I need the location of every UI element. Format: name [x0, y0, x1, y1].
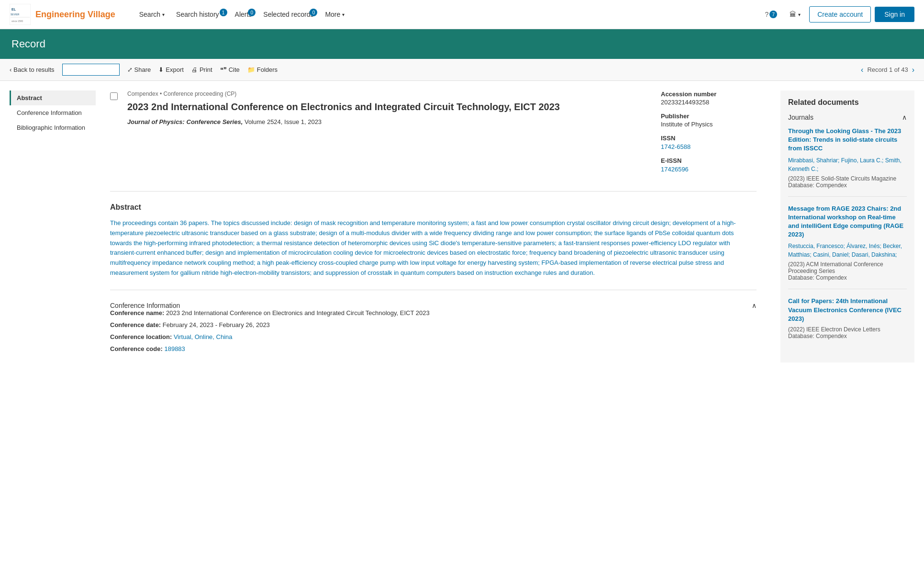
eissn-link[interactable]: 17426596 [661, 166, 689, 173]
folders-label: Folders [257, 66, 278, 73]
left-sidebar: Abstract Conference Information Bibliogr… [10, 81, 96, 378]
related-item-2-source: (2023) ACM International Conference Proc… [788, 261, 907, 274]
related-item-3-source: (2022) IEEE Electron Device Letters [788, 326, 907, 333]
export-label: Export [166, 66, 184, 73]
share-icon: ⤢ [127, 66, 133, 73]
nav-search-history[interactable]: Search history ▾ 1 [171, 8, 228, 21]
prev-record-button[interactable]: ‹ [861, 66, 863, 74]
record-header: Compendex • Conference proceeding (CP) 2… [110, 90, 757, 192]
conf-date-label: Conference date: [110, 321, 161, 328]
record-content: Compendex • Conference proceeding (CP) 2… [96, 81, 771, 378]
toolbar-actions: ⤢ Share ⬇ Export 🖨 Print ❝❞ Cite 📁 Folde… [127, 66, 278, 73]
create-account-button[interactable]: Create account [809, 6, 871, 23]
publisher-block: Publisher Institute of Physics [661, 113, 757, 128]
record-meta: Accession number 20233214493258 Publishe… [661, 90, 757, 180]
conference-info-title: Conference Information [110, 302, 180, 309]
conf-location-row: Conference location: Virtual, Online, Ch… [110, 333, 757, 340]
more-chevron-icon: ▾ [342, 12, 345, 17]
journal-rest: Volume 2524, Issue 1, 2023 [243, 118, 322, 125]
conf-location-label: Conference location: [110, 333, 172, 340]
related-item-2-db: Database: Compendex [788, 274, 907, 281]
nav-search-history-label: Search history [176, 11, 219, 18]
eissn-block: E-ISSN 17426596 [661, 157, 757, 173]
related-item-3: Call for Papers: 24th International Vacu… [788, 297, 907, 347]
sidebar-item-conference-info[interactable]: Conference Information [10, 105, 96, 120]
related-item-3-title[interactable]: Call for Papers: 24th International Vacu… [788, 297, 907, 323]
sidebar-conference-label: Conference Information [17, 109, 82, 116]
conf-date-value: February 24, 2023 - February 26, 2023 [163, 321, 270, 328]
journals-section-header[interactable]: Journals ∧ [788, 113, 907, 121]
print-button[interactable]: 🖨 Print [191, 66, 212, 73]
help-button[interactable]: ? 7 [761, 8, 781, 21]
institution-chevron-icon: ▾ [798, 12, 801, 17]
svg-text:SEVIER: SEVIER [11, 13, 20, 16]
related-item-3-db: Database: Compendex [788, 333, 907, 339]
related-documents-panel: Related documents Journals ∧ Through the… [780, 90, 914, 362]
institution-button[interactable]: 🏛 ▾ [785, 8, 805, 21]
conf-code-link[interactable]: 189883 [164, 345, 185, 352]
journal-name: Journal of Physics: Conference Series, [127, 118, 243, 125]
folders-button[interactable]: 📁 Folders [247, 66, 278, 73]
issn-link[interactable]: 1742-6588 [661, 143, 690, 150]
record-main-info: Compendex • Conference proceeding (CP) 2… [127, 90, 651, 180]
cite-button[interactable]: ❝❞ Cite [220, 66, 240, 73]
conf-date-row: Conference date: February 24, 2023 - Feb… [110, 321, 757, 328]
share-button[interactable]: ⤢ Share [127, 66, 151, 73]
toolbar: ‹ Back to results ⤢ Share ⬇ Export 🖨 Pri… [0, 59, 924, 81]
back-to-results-button[interactable]: ‹ Back to results [10, 66, 55, 73]
nav-more[interactable]: More ▾ [320, 8, 349, 21]
related-item-1-authors[interactable]: Mirabbasi, Shahriar; Fujino, Laura C.; S… [788, 156, 907, 173]
logo-link[interactable]: EL SEVIER since 1580 Engineering Village [10, 4, 115, 25]
issn-label: ISSN [661, 135, 757, 142]
export-button[interactable]: ⬇ Export [158, 66, 184, 73]
related-item-2-title[interactable]: Message from RAGE 2023 Chairs: 2nd Inter… [788, 204, 907, 239]
search-input[interactable] [62, 64, 120, 76]
related-item-1-title[interactable]: Through the Looking Glass - The 2023 Edi… [788, 127, 907, 153]
nav-more-label: More [325, 11, 340, 18]
header: EL SEVIER since 1580 Engineering Village… [0, 0, 924, 29]
main-content: Abstract Conference Information Bibliogr… [0, 81, 924, 378]
search-history-badge: 1 [220, 9, 227, 16]
alerts-badge: 0 [248, 9, 256, 16]
conf-code-row: Conference code: 189883 [110, 345, 757, 352]
journals-collapse-icon: ∧ [902, 113, 907, 121]
next-record-button[interactable]: › [912, 66, 914, 74]
cite-label: Cite [229, 66, 240, 73]
accession-number-value: 20233214493258 [661, 99, 757, 106]
publisher-label: Publisher [661, 113, 757, 120]
sign-in-button[interactable]: Sign in [875, 7, 914, 22]
conf-name-value: 2023 2nd International Conference on Ele… [166, 309, 430, 317]
conference-info-header[interactable]: Conference Information ∧ [110, 302, 757, 309]
help-circle-icon: ? [765, 11, 768, 18]
journals-label: Journals [788, 113, 813, 121]
svg-text:since 1580: since 1580 [11, 20, 23, 23]
sidebar-bibliographic-label: Bibliographic Information [17, 124, 85, 131]
related-item-2: Message from RAGE 2023 Chairs: 2nd Inter… [788, 204, 907, 290]
issn-block: ISSN 1742-6588 [661, 135, 757, 150]
related-item-1-db: Database: Compendex [788, 182, 907, 189]
related-item-2-authors[interactable]: Restuccia, Francesco; Álvarez, Inés; Bec… [788, 242, 907, 259]
sidebar-item-abstract[interactable]: Abstract [10, 90, 96, 105]
nav-alerts[interactable]: Alerts 0 [230, 8, 257, 21]
record-source: Compendex • Conference proceeding (CP) [127, 90, 651, 97]
institution-icon: 🏛 [790, 11, 796, 18]
folders-icon: 📁 [247, 66, 255, 73]
back-arrow-icon: ‹ [10, 66, 11, 73]
record-checkbox[interactable] [110, 92, 118, 100]
logo-text: Engineering Village [35, 10, 115, 20]
record-checkbox-area[interactable] [110, 90, 118, 180]
nav-search[interactable]: Search ▾ [134, 8, 169, 21]
conf-name-row: Conference name: 2023 2nd International … [110, 309, 757, 317]
nav-selected-records[interactable]: Selected records 0 [258, 8, 318, 21]
search-chevron-icon: ▾ [162, 12, 165, 17]
sidebar-item-bibliographic-info[interactable]: Bibliographic Information [10, 120, 96, 135]
related-documents-title: Related documents [788, 98, 907, 107]
share-label: Share [134, 66, 151, 73]
collapse-icon: ∧ [752, 302, 757, 309]
accession-number-label: Accession number [661, 90, 757, 98]
conf-location-link[interactable]: Virtual, Online, China [174, 333, 233, 340]
nav-selected-records-label: Selected records [263, 11, 313, 18]
nav-search-label: Search [139, 11, 160, 18]
conf-code-label: Conference code: [110, 345, 163, 352]
eissn-label: E-ISSN [661, 157, 757, 164]
